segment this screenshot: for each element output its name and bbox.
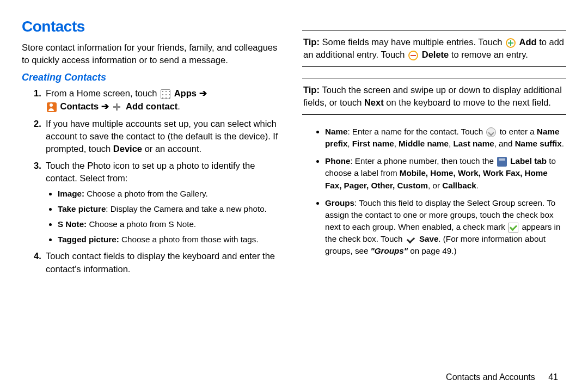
- page-footer: Contacts and Accounts 41: [446, 372, 558, 382]
- left-column: Contacts Store contact information for y…: [22, 16, 286, 381]
- steps-list: 1. From a Home screen, touch Apps ➔ Cont…: [22, 87, 286, 275]
- arrow-icon: ➔: [199, 88, 207, 99]
- tip-block-2: Tip: Touch the screen and swipe up or do…: [302, 78, 566, 115]
- page-title: Contacts: [22, 16, 286, 37]
- contacts-icon: [47, 102, 57, 112]
- subheading: Creating Contacts: [22, 71, 286, 84]
- photo-options: Image: Choose a photo from the Gallery. …: [46, 188, 286, 246]
- step-3: 3. Touch the Photo icon to set up a phot…: [34, 160, 286, 246]
- right-column: Tip: Some fields may have multiple entri…: [302, 16, 566, 381]
- arrow-icon: ➔: [101, 101, 109, 112]
- step-2: 2. If you have multiple accounts set up,…: [34, 118, 286, 155]
- page-number: 41: [548, 372, 558, 382]
- section-label: Contacts and Accounts: [446, 372, 535, 382]
- step-4: 4. Touch contact fields to display the k…: [34, 250, 286, 275]
- tip-block-1: Tip: Some fields may have multiple entri…: [302, 30, 566, 67]
- list-item: S Note: Choose a photo from S Note.: [58, 218, 286, 230]
- add-circle-icon: [506, 38, 516, 48]
- plus-icon: [112, 102, 122, 112]
- apps-icon: [161, 89, 170, 99]
- list-item: Take picture: Display the Camera and tak…: [58, 203, 286, 215]
- delete-circle-icon: [408, 51, 418, 60]
- checkmark-icon: [509, 223, 518, 232]
- field-list: Name: Enter a name for the contact. Touc…: [302, 126, 566, 256]
- list-item: Image: Choose a photo from the Gallery.: [58, 188, 286, 200]
- list-item: Tagged picture: Choose a photo from thos…: [58, 234, 286, 246]
- label-tab-icon: [497, 157, 507, 167]
- step-1: 1. From a Home screen, touch Apps ➔ Cont…: [34, 87, 286, 113]
- groups-field-item: Groups: Touch this field to display the …: [325, 197, 566, 257]
- name-field-item: Name: Enter a name for the contact. Touc…: [325, 126, 566, 150]
- save-check-icon: [406, 235, 416, 244]
- intro-text: Store contact information for your frien…: [22, 41, 286, 66]
- phone-field-item: Phone: Enter a phone number, then touch …: [325, 155, 566, 191]
- chevron-down-icon: [486, 127, 496, 137]
